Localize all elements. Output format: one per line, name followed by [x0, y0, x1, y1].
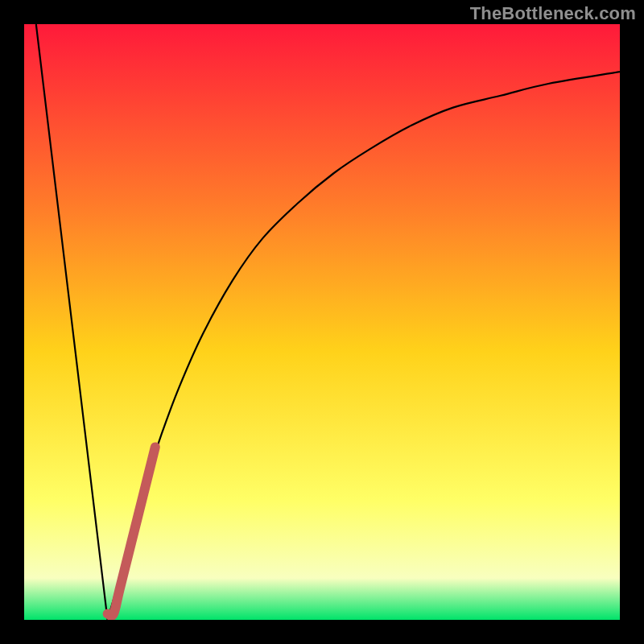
gradient-background	[24, 24, 620, 620]
outer-frame: TheBottleneck.com	[0, 0, 644, 644]
chart-svg	[24, 24, 620, 620]
plot-area	[24, 24, 620, 620]
watermark-text: TheBottleneck.com	[470, 3, 636, 24]
